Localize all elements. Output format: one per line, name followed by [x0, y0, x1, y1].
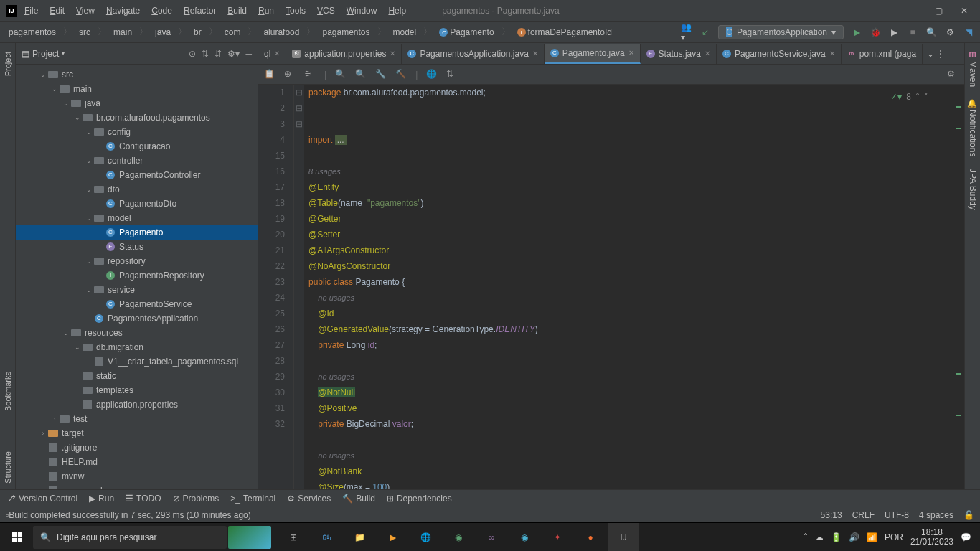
coverage-button[interactable]: ▶: [888, 27, 900, 38]
sort-icon[interactable]: ⇅: [446, 69, 458, 80]
bottom-tab-todo[interactable]: ☰TODO: [126, 494, 161, 504]
notifications-tool-tab[interactable]: 🔔 Notifications: [966, 93, 979, 162]
maven-tool-tab[interactable]: m Maven: [966, 43, 979, 93]
panel-settings-icon[interactable]: ⚙▾: [227, 49, 240, 59]
tree-node[interactable]: CPagamentoController: [16, 168, 258, 182]
tree-node[interactable]: ›test: [16, 412, 258, 426]
onedrive-icon[interactable]: ☁: [815, 532, 824, 542]
debug-button[interactable]: 🐞: [870, 27, 881, 38]
tree-node[interactable]: mvnw: [16, 469, 258, 484]
media-icon[interactable]: ▶: [377, 523, 407, 552]
menu-window[interactable]: Window: [342, 4, 382, 17]
tree-node[interactable]: templates: [16, 383, 258, 397]
breadcrumb-item[interactable]: pagamentos: [6, 27, 59, 38]
close-tab-icon[interactable]: ✕: [274, 50, 280, 57]
tree-node[interactable]: ⌄config: [16, 125, 258, 139]
tree-node[interactable]: ⌄db.migration: [16, 340, 258, 354]
chevron-up-icon[interactable]: ˄: [915, 89, 920, 105]
editor-gear-icon[interactable]: ⚙: [947, 69, 958, 80]
line-separator[interactable]: CRLF: [852, 510, 875, 520]
intellij-icon[interactable]: IJ: [608, 523, 639, 552]
tree-node[interactable]: CPagamentosApplication: [16, 311, 258, 326]
bottom-tab-services[interactable]: ⚙Services: [287, 494, 331, 504]
editor-tab[interactable]: CPagamentoService.java✕: [717, 44, 842, 64]
tool4-icon[interactable]: 🔨: [395, 69, 407, 80]
taskbar-search[interactable]: 🔍 Digite aqui para pesquisar: [33, 526, 227, 549]
tray-expand-icon[interactable]: ˄: [804, 532, 808, 542]
menu-navigate[interactable]: Navigate: [102, 4, 144, 17]
breadcrumb-item[interactable]: br: [191, 27, 204, 38]
news-widget[interactable]: [228, 526, 271, 549]
breadcrumb-item[interactable]: src: [76, 27, 93, 38]
search-icon[interactable]: 🔍: [925, 27, 937, 38]
select-opened-icon[interactable]: ⊙: [189, 49, 196, 59]
breadcrumb-item[interactable]: fformaDePagamentoId: [514, 27, 615, 38]
tool3-icon[interactable]: 🔧: [375, 69, 387, 80]
menu-help[interactable]: Help: [384, 4, 410, 17]
tree-node[interactable]: CPagamento: [16, 225, 258, 240]
inspection-indicator[interactable]: ✓▾ 8 ˄ ˅: [890, 89, 928, 105]
bottom-tab-version-control[interactable]: ⎇Version Control: [6, 494, 77, 504]
bottom-tab-run[interactable]: ▶Run: [89, 494, 114, 504]
tree-node[interactable]: ⌄src: [16, 67, 258, 82]
jpa-buddy-tool-tab[interactable]: JPA Buddy: [966, 163, 979, 216]
kotlin-icon[interactable]: ◥: [963, 27, 974, 38]
start-button[interactable]: [3, 523, 32, 552]
editor-tab[interactable]: CPagamentosApplication.java✕: [402, 44, 544, 64]
readonly-icon[interactable]: 🔓: [963, 510, 974, 520]
tree-node[interactable]: ⌄dto: [16, 182, 258, 197]
tree-node[interactable]: ⌄br.com.alurafood.pagamentos: [16, 110, 258, 125]
hierarchy-icon[interactable]: ⚞: [304, 69, 316, 80]
run-button[interactable]: ▶: [851, 27, 862, 38]
run-config-selector[interactable]: C PagamentosApplication▾: [718, 25, 844, 39]
tree-node[interactable]: ⌄resources: [16, 326, 258, 340]
tree-node[interactable]: .gitignore: [16, 441, 258, 455]
minimize-button[interactable]: ─: [903, 4, 923, 18]
chevron-down-icon[interactable]: ˅: [924, 89, 928, 105]
breadcrumb-item[interactable]: model: [390, 27, 420, 38]
editor-tab[interactable]: mpom.xml (paga: [842, 44, 923, 64]
ddl-icon[interactable]: 📋: [264, 69, 275, 80]
fold-gutter[interactable]: ⊟⊟⊟: [294, 85, 304, 489]
tree-node[interactable]: HELP.md: [16, 455, 258, 469]
editor-tab[interactable]: CPagamento.java✕: [545, 44, 641, 64]
users-icon[interactable]: 👥▾: [681, 27, 692, 38]
caret-position[interactable]: 53:13: [821, 510, 842, 520]
find-icon[interactable]: 🔍: [335, 69, 347, 80]
wifi-icon[interactable]: 📶: [867, 532, 877, 542]
error-stripe[interactable]: [953, 85, 963, 489]
tree-node[interactable]: static: [16, 369, 258, 383]
add-icon[interactable]: ⊕: [284, 69, 296, 80]
menu-file[interactable]: File: [20, 4, 42, 17]
tree-node[interactable]: IPagamentoRepository: [16, 268, 258, 283]
file-encoding[interactable]: UTF-8: [885, 510, 909, 520]
tree-node[interactable]: ⌄java: [16, 96, 258, 110]
language-indicator[interactable]: POR: [885, 532, 903, 542]
breadcrumb-item[interactable]: com: [222, 27, 244, 38]
close-tab-icon[interactable]: ✕: [705, 50, 710, 57]
volume-icon[interactable]: 🔊: [849, 532, 859, 542]
bottom-tab-build[interactable]: 🔨Build: [342, 494, 375, 504]
menu-view[interactable]: View: [72, 4, 99, 17]
settings-icon[interactable]: ⚙: [944, 27, 956, 38]
close-tab-icon[interactable]: ✕: [829, 50, 835, 57]
editor-tab[interactable]: EStatus.java✕: [641, 44, 717, 64]
app2-icon[interactable]: ◉: [509, 523, 540, 552]
breadcrumb-item[interactable]: pagamentos: [319, 27, 372, 38]
app3-icon[interactable]: ✦: [542, 523, 573, 552]
expand-all-icon[interactable]: ⇅: [202, 49, 209, 59]
menu-tools[interactable]: Tools: [281, 4, 310, 17]
tree-node[interactable]: CPagamentoService: [16, 297, 258, 311]
clock[interactable]: 18:1821/01/2023: [910, 528, 953, 547]
menu-vcs[interactable]: VCS: [313, 4, 339, 17]
tree-node[interactable]: V1__criar_tabela_pagamentos.sql: [16, 354, 258, 369]
app1-icon[interactable]: ◉: [443, 523, 473, 552]
project-tool-tab[interactable]: Project: [2, 46, 14, 82]
tree-node[interactable]: ⌄main: [16, 82, 258, 96]
editor-tab[interactable]: ⚙application.properties✕: [286, 44, 402, 64]
battery-icon[interactable]: 🔋: [831, 532, 842, 542]
tree-node[interactable]: EStatus: [16, 240, 258, 254]
tree-node[interactable]: ›target: [16, 426, 258, 441]
editor-tab[interactable]: ql✕: [258, 44, 286, 64]
project-tree[interactable]: ⌄src⌄main⌄java⌄br.com.alurafood.pagament…: [16, 65, 258, 489]
